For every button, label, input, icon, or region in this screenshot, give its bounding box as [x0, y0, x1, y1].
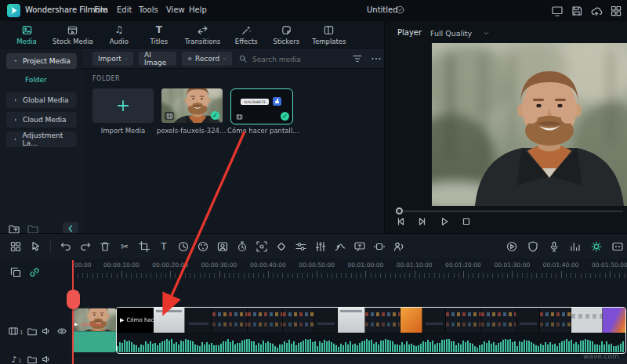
- tab-titles[interactable]: TTitles: [145, 24, 173, 45]
- play-badge-icon: ▶: [120, 317, 124, 323]
- lock-track-folder-icon[interactable]: [27, 326, 38, 337]
- speech-to-text-icon[interactable]: [353, 240, 366, 253]
- import-media-tile[interactable]: [92, 88, 154, 123]
- templates-tab-icon: [323, 24, 335, 36]
- chevron-down-icon: [483, 30, 490, 37]
- playhead-line[interactable]: [72, 260, 74, 364]
- mute-track-icon[interactable]: [41, 326, 52, 337]
- search-input[interactable]: [251, 52, 340, 67]
- audio-tab-icon: ♫: [113, 24, 125, 36]
- lock-track-folder-icon[interactable]: [27, 354, 38, 364]
- record-label: Record: [195, 55, 219, 63]
- record-button[interactable]: Record: [182, 52, 232, 66]
- speed-ramp-icon[interactable]: [334, 240, 346, 253]
- sidebar-item-adjustment-layer[interactable]: Adjustment La...: [6, 132, 77, 147]
- search-icon: [238, 54, 248, 63]
- chevron-down-icon: [125, 56, 128, 62]
- sidebar-item-label: Project Media: [23, 57, 71, 65]
- playhead-handle[interactable]: [67, 290, 80, 309]
- motion-track-icon[interactable]: [256, 240, 268, 253]
- timeline-ruler[interactable]: 00:0000:00:10:0000:00:20:0000:00:30:0000…: [71, 258, 627, 279]
- chevron-down-icon: [223, 56, 227, 62]
- tab-media[interactable]: Media: [13, 24, 41, 45]
- media-item-como-hacer-video[interactable]: SUSCRIBETE ✓: [230, 88, 293, 124]
- play-icon[interactable]: [438, 215, 451, 228]
- media-item-pexels-video[interactable]: ✓: [161, 88, 223, 123]
- hide-track-eye-icon[interactable]: [56, 326, 67, 337]
- select-icon[interactable]: [29, 240, 42, 253]
- voiceover-icon[interactable]: [548, 240, 560, 253]
- timeline-clip-pexels[interactable]: ▶ pexels-fa: [72, 308, 116, 352]
- undo-icon[interactable]: [60, 240, 72, 253]
- menu-help[interactable]: Help: [189, 5, 207, 14]
- play-badge-icon: ▶: [74, 321, 78, 326]
- video-preview: [432, 43, 627, 206]
- sidebar-item-cloud-media[interactable]: Cloud Media: [6, 112, 77, 128]
- more-options-icon[interactable]: [370, 52, 382, 65]
- crop-icon[interactable]: [138, 240, 150, 253]
- ai-assistant-icon[interactable]: [590, 240, 603, 253]
- effects-tab-icon: [241, 24, 252, 36]
- timeline-clip-como-hacer[interactable]: ▶ Cómo hac: [116, 307, 626, 354]
- mute-track-icon[interactable]: [41, 354, 52, 364]
- menu-file[interactable]: File: [94, 5, 107, 14]
- playback-quality-dropdown[interactable]: Full Quality: [426, 27, 495, 39]
- sidebar-item-project-media[interactable]: Project Media: [6, 53, 77, 69]
- seek-handle[interactable]: [396, 207, 403, 214]
- sidebar-item-global-media[interactable]: Global Media: [6, 92, 77, 108]
- video-badge-icon: [234, 113, 244, 121]
- import-button[interactable]: Import: [92, 52, 133, 66]
- speed-icon[interactable]: [177, 240, 190, 253]
- tab-audio[interactable]: ♫Audio: [105, 24, 133, 45]
- media-bin-icon[interactable]: [9, 240, 22, 253]
- frame-forward-icon[interactable]: [416, 215, 429, 228]
- monitor-icon[interactable]: [551, 5, 564, 17]
- stop-icon[interactable]: [460, 215, 473, 228]
- auto-ripple-link-icon[interactable]: [28, 266, 41, 279]
- menu-view[interactable]: View: [166, 5, 185, 14]
- clip-audio-block: [72, 331, 116, 352]
- render-preview-icon[interactable]: [506, 240, 518, 253]
- manage-tracks-icon[interactable]: [9, 266, 22, 279]
- tab-label: Templates: [312, 38, 346, 45]
- audio-track-number: 1: [18, 358, 21, 364]
- menu-edit[interactable]: Edit: [117, 5, 132, 14]
- filter-icon[interactable]: [351, 52, 364, 65]
- tab-transitions[interactable]: Transitions: [185, 24, 221, 45]
- delete-icon[interactable]: [99, 240, 111, 253]
- redo-icon[interactable]: [79, 240, 92, 253]
- audio-mixer-icon[interactable]: [569, 240, 582, 253]
- save-icon[interactable]: [571, 5, 583, 17]
- layout-grid-icon[interactable]: [610, 5, 622, 17]
- ruler-label: 00:01:40:00: [543, 261, 579, 268]
- color-icon[interactable]: [197, 240, 209, 253]
- tab-stock-media[interactable]: Stock Media: [53, 24, 93, 45]
- ruler-label: 00:01:20:00: [445, 261, 481, 268]
- seek-bar[interactable]: [396, 211, 623, 212]
- frame-back-icon[interactable]: [394, 215, 407, 228]
- stickers-tab-icon: [281, 24, 292, 36]
- ai-image-button[interactable]: AI Image: [139, 52, 176, 66]
- adjust-icon[interactable]: [295, 240, 307, 253]
- detail-panel-icon[interactable]: [611, 240, 624, 253]
- text-icon[interactable]: T: [158, 240, 170, 253]
- mixer-icon[interactable]: [314, 240, 327, 253]
- sidebar-item-folder[interactable]: Folder: [6, 74, 77, 85]
- audio-track-lane[interactable]: [71, 357, 627, 364]
- split-icon[interactable]: ✂: [118, 240, 131, 253]
- mask-icon[interactable]: [216, 240, 229, 253]
- tab-effects[interactable]: Effects: [232, 24, 260, 45]
- audio-sync-icon[interactable]: [393, 240, 405, 253]
- cloud-upload-icon[interactable]: [590, 5, 603, 17]
- tab-templates[interactable]: Templates: [312, 24, 346, 45]
- timer-icon[interactable]: [236, 240, 248, 253]
- caret-right-icon: [13, 136, 19, 142]
- tab-stickers[interactable]: Stickers: [272, 24, 300, 45]
- keyframe-icon[interactable]: [275, 240, 288, 253]
- menu-tools[interactable]: Tools: [139, 5, 158, 14]
- stabilize-icon[interactable]: [373, 240, 386, 253]
- project-sync-icon[interactable]: [395, 5, 405, 15]
- ruler-label: 00:01:50:00: [592, 261, 627, 268]
- player-panel: Player Full Quality: [384, 21, 627, 233]
- shield-icon[interactable]: [527, 240, 539, 253]
